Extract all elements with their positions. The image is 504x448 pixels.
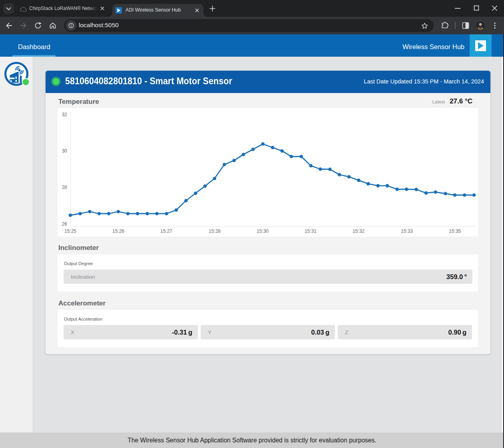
svg-text:28: 28: [62, 184, 68, 190]
svg-text:15:30: 15:30: [257, 228, 269, 234]
svg-text:15:26: 15:26: [112, 228, 124, 234]
svg-text:15:25: 15:25: [64, 228, 76, 234]
svg-text:32: 32: [62, 112, 68, 117]
svg-text:15:31: 15:31: [305, 228, 317, 234]
svg-text:30: 30: [62, 148, 68, 154]
svg-text:15:27: 15:27: [160, 228, 172, 234]
svg-text:15:33: 15:33: [401, 228, 413, 234]
svg-text:26: 26: [62, 221, 68, 227]
svg-text:15:35: 15:35: [449, 228, 461, 234]
svg-text:15:32: 15:32: [353, 228, 365, 234]
svg-text:15:28: 15:28: [209, 228, 221, 234]
